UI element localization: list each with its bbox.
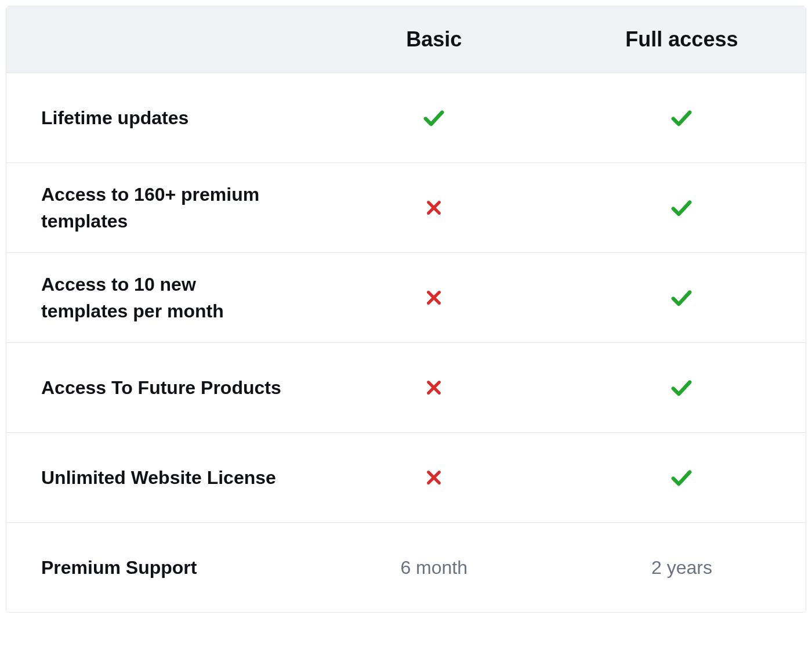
full-text-value: 2 years bbox=[651, 557, 712, 579]
table-row: Access To Future Products bbox=[6, 342, 806, 432]
basic-value bbox=[310, 200, 558, 216]
cross-icon bbox=[426, 469, 442, 486]
header-plan-basic: Basic bbox=[310, 27, 558, 52]
comparison-table: Basic Full access Lifetime updates Acces… bbox=[6, 6, 806, 613]
cross-icon bbox=[426, 290, 442, 306]
table-header-row: Basic Full access bbox=[6, 6, 806, 73]
basic-value bbox=[310, 290, 558, 306]
check-icon bbox=[670, 467, 693, 489]
check-icon bbox=[670, 197, 693, 219]
full-value bbox=[558, 287, 806, 309]
check-icon bbox=[670, 377, 693, 399]
full-value: 2 years bbox=[558, 557, 806, 579]
check-icon bbox=[670, 107, 693, 129]
full-value bbox=[558, 197, 806, 219]
feature-label: Premium Support bbox=[6, 554, 310, 581]
basic-value bbox=[310, 379, 558, 396]
feature-label: Access to 10 new templates per month bbox=[6, 271, 310, 325]
feature-label: Lifetime updates bbox=[6, 104, 310, 131]
table-row: Premium Support 6 month 2 years bbox=[6, 522, 806, 612]
full-value bbox=[558, 467, 806, 489]
cross-icon bbox=[426, 200, 442, 216]
full-value bbox=[558, 107, 806, 129]
basic-value bbox=[310, 469, 558, 486]
check-icon bbox=[670, 287, 693, 309]
table-row: Unlimited Website License bbox=[6, 432, 806, 522]
full-value bbox=[558, 377, 806, 399]
basic-value bbox=[310, 107, 558, 129]
basic-value: 6 month bbox=[310, 557, 558, 579]
cross-icon bbox=[426, 379, 442, 396]
table-row: Lifetime updates bbox=[6, 73, 806, 162]
header-plan-full: Full access bbox=[558, 27, 806, 52]
table-row: Access to 10 new templates per month bbox=[6, 252, 806, 342]
check-icon bbox=[423, 107, 445, 129]
table-row: Access to 160+ premium templates bbox=[6, 162, 806, 252]
feature-label: Access To Future Products bbox=[6, 374, 310, 401]
feature-label: Unlimited Website License bbox=[6, 464, 310, 491]
basic-text-value: 6 month bbox=[400, 557, 467, 579]
header-feature-col bbox=[6, 27, 310, 52]
feature-label: Access to 160+ premium templates bbox=[6, 181, 310, 235]
